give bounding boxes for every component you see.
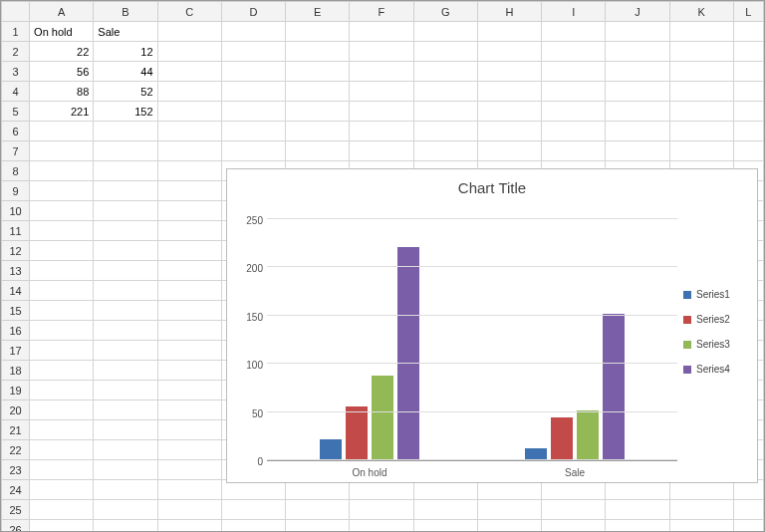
cell-A10[interactable] [30,201,94,221]
cell-B22[interactable] [94,440,157,460]
cell-B21[interactable] [94,420,157,440]
cell-B14[interactable] [94,281,157,301]
bar-Series4-on-hold[interactable] [397,247,419,460]
cell-H4[interactable] [477,82,541,102]
row-header-12[interactable]: 12 [2,241,30,261]
select-all-corner[interactable] [2,2,30,22]
cell-I4[interactable] [542,82,606,102]
cell-L4[interactable] [733,82,763,102]
bar-Series3-on-hold[interactable] [372,376,393,460]
cell-A4[interactable]: 88 [30,82,94,102]
cell-L1[interactable] [733,22,763,42]
legend-item-series3[interactable]: Series3 [683,339,747,350]
row-header-6[interactable]: 6 [2,122,30,141]
cell-L25[interactable] [733,500,763,520]
cell-H6[interactable] [477,122,541,141]
column-header-G[interactable]: G [413,2,477,22]
cell-D6[interactable] [221,122,285,141]
cell-G25[interactable] [413,500,477,520]
cell-B10[interactable] [94,201,157,221]
cell-D7[interactable] [221,141,285,161]
cell-G4[interactable] [413,82,477,102]
row-header-14[interactable]: 14 [2,281,30,301]
cell-A23[interactable] [30,460,94,480]
cell-F3[interactable] [350,62,413,82]
row-header-1[interactable]: 1 [2,22,30,42]
cell-K1[interactable] [669,22,733,42]
column-header-H[interactable]: H [477,2,541,22]
cell-F6[interactable] [350,122,413,141]
cell-C13[interactable] [157,261,221,281]
cell-C11[interactable] [157,221,221,241]
cell-F4[interactable] [350,82,413,102]
cell-A11[interactable] [30,221,94,241]
cell-D3[interactable] [221,62,285,82]
column-header-D[interactable]: D [221,2,285,22]
cell-C4[interactable] [157,82,221,102]
cell-C7[interactable] [157,141,221,161]
cell-J5[interactable] [606,102,669,122]
cell-B18[interactable] [94,361,157,381]
cell-F5[interactable] [350,102,413,122]
cell-J1[interactable] [606,22,669,42]
cell-C1[interactable] [157,22,221,42]
cell-E2[interactable] [286,42,350,62]
row-header-18[interactable]: 18 [2,361,30,381]
cell-K5[interactable] [669,102,733,122]
cell-J7[interactable] [606,141,669,161]
column-header-K[interactable]: K [669,2,733,22]
cell-C24[interactable] [157,480,221,500]
cell-C20[interactable] [157,400,221,420]
cell-B12[interactable] [94,241,157,261]
cell-C25[interactable] [157,500,221,520]
cell-G3[interactable] [413,62,477,82]
cell-B20[interactable] [94,400,157,420]
row-header-8[interactable]: 8 [2,161,30,181]
cell-L5[interactable] [733,102,763,122]
bar-Series2-on-hold[interactable] [346,406,368,460]
row-header-16[interactable]: 16 [2,321,30,341]
cell-B25[interactable] [94,500,157,520]
cell-K7[interactable] [669,141,733,161]
cell-H3[interactable] [477,62,541,82]
cell-H25[interactable] [477,500,541,520]
cell-D5[interactable] [221,102,285,122]
row-header-2[interactable]: 2 [2,42,30,62]
cell-L6[interactable] [733,122,763,141]
cell-B4[interactable]: 52 [94,82,157,102]
cell-C12[interactable] [157,241,221,261]
cell-A9[interactable] [30,181,94,201]
row-header-3[interactable]: 3 [2,62,30,82]
cell-B1[interactable]: Sale [94,22,157,42]
cell-A16[interactable] [30,321,94,341]
cell-C17[interactable] [157,341,221,361]
bar-Series3-sale[interactable] [577,410,599,460]
cell-I5[interactable] [542,102,606,122]
cell-I6[interactable] [542,122,606,141]
bar-Series2-sale[interactable] [551,417,573,460]
row-header-21[interactable]: 21 [2,420,30,440]
cell-B3[interactable]: 44 [94,62,157,82]
cell-B9[interactable] [94,181,157,201]
cell-A21[interactable] [30,420,94,440]
legend-item-series2[interactable]: Series2 [683,314,747,325]
cell-F1[interactable] [350,22,413,42]
cell-C3[interactable] [157,62,221,82]
cell-I26[interactable] [542,520,606,533]
row-header-11[interactable]: 11 [2,221,30,241]
cell-L26[interactable] [733,520,763,533]
cell-I7[interactable] [542,141,606,161]
cell-K6[interactable] [669,122,733,141]
cell-D26[interactable] [221,520,285,533]
cell-B8[interactable] [94,161,157,181]
cell-A24[interactable] [30,480,94,500]
cell-D4[interactable] [221,82,285,102]
cell-A3[interactable]: 56 [30,62,94,82]
cell-K3[interactable] [669,62,733,82]
cell-C9[interactable] [157,181,221,201]
cell-J2[interactable] [606,42,669,62]
row-header-13[interactable]: 13 [2,261,30,281]
cell-F2[interactable] [350,42,413,62]
cell-D1[interactable] [221,22,285,42]
cell-B6[interactable] [94,122,157,141]
